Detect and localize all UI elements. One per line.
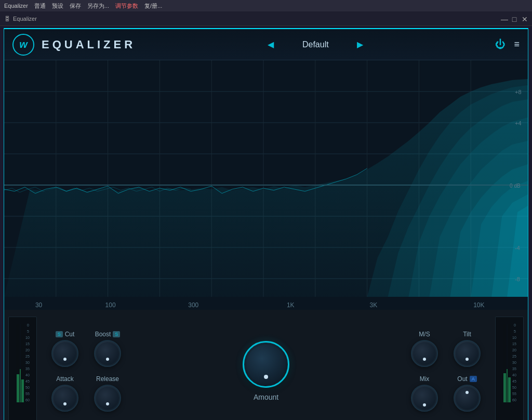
out-knob[interactable] xyxy=(454,385,481,412)
attack-knob-group: Attack xyxy=(51,375,78,412)
attack-label: Attack xyxy=(56,375,73,383)
svg-text:25: 25 xyxy=(512,355,516,358)
out-badge: A xyxy=(470,376,477,382)
vu-meter-left-svg: 0 5 10 15 20 25 30 35 40 45 50 55 60 xyxy=(8,317,37,421)
svg-rect-74 xyxy=(508,377,511,402)
preset-prev-button[interactable]: ◀ xyxy=(268,40,274,49)
plugin-window: w EQUALIZER ◀ Default ▶ ⏻ ≡ xyxy=(4,28,528,420)
svg-text:5: 5 xyxy=(27,330,29,333)
svg-text:50: 50 xyxy=(25,386,30,389)
svg-rect-54 xyxy=(17,374,19,402)
boost-knob-group: Boost S xyxy=(94,331,121,367)
boost-knob[interactable] xyxy=(94,340,121,367)
cut-knob-group: S Cut xyxy=(51,331,78,367)
preset-nav: ◀ Default ▶ xyxy=(268,40,363,49)
boost-label: Boost xyxy=(95,331,111,338)
amount-center: Amount xyxy=(243,341,289,401)
ms-knob-group: M/S xyxy=(411,331,438,367)
svg-text:60: 60 xyxy=(25,398,30,402)
out-knob-dot xyxy=(466,391,469,394)
os-bar-item-params[interactable]: 调节参数 xyxy=(115,2,138,10)
os-bar-item-saveas[interactable]: 另存为... xyxy=(87,2,109,10)
controls-inner: S Cut Boost S xyxy=(41,331,491,412)
minimize-button[interactable]: — xyxy=(501,16,507,22)
window-controls: — □ ✕ xyxy=(501,16,528,22)
preset-next-button[interactable]: ▶ xyxy=(357,40,363,49)
svg-text:1K: 1K xyxy=(287,301,295,309)
header-controls: ⏻ ≡ xyxy=(495,38,520,50)
vu-meter-right: 0 5 10 15 20 25 30 35 40 45 50 55 60 xyxy=(495,317,524,421)
amount-label: Amount xyxy=(254,393,278,401)
cut-label: Cut xyxy=(65,331,75,338)
release-knob-group: Release xyxy=(94,375,121,412)
svg-text:5: 5 xyxy=(514,330,516,333)
release-knob-dot xyxy=(106,402,109,405)
boost-badge: S xyxy=(113,331,120,337)
svg-text:0: 0 xyxy=(27,323,29,327)
ms-label: M/S xyxy=(419,331,430,338)
maximize-button[interactable]: □ xyxy=(511,16,517,22)
svg-text:60: 60 xyxy=(512,398,516,402)
out-knob-group: Out A xyxy=(454,375,481,412)
window-icon: 🎛 xyxy=(4,16,10,22)
out-label: Out xyxy=(457,375,467,383)
svg-text:-8: -8 xyxy=(515,276,520,282)
tilt-knob[interactable] xyxy=(454,340,481,367)
amount-knob[interactable] xyxy=(243,341,289,388)
svg-text:55: 55 xyxy=(25,392,30,396)
svg-text:20: 20 xyxy=(512,348,516,352)
close-button[interactable]: ✕ xyxy=(522,16,528,22)
svg-text:40: 40 xyxy=(25,373,30,377)
svg-text:30: 30 xyxy=(512,361,516,364)
svg-text:15: 15 xyxy=(512,342,516,346)
eq-svg: 30 100 300 1K 3K 10K +8 +4 0 dB -4 -8 xyxy=(4,60,528,310)
cut-knob-dot xyxy=(63,358,66,361)
svg-text:3K: 3K xyxy=(370,301,378,309)
controls-section: 0 5 10 15 20 25 30 35 40 45 50 55 60 xyxy=(4,310,528,420)
os-bar-item-normal[interactable]: 普通 xyxy=(34,2,46,10)
svg-rect-73 xyxy=(503,373,506,402)
svg-text:25: 25 xyxy=(25,355,30,358)
ms-knob[interactable] xyxy=(411,340,438,367)
mix-label: Mix xyxy=(420,375,430,383)
amount-knob-dot xyxy=(264,375,268,379)
window-title-text: Equalizer xyxy=(13,16,37,22)
attack-knob[interactable] xyxy=(51,385,78,412)
boost-knob-dot xyxy=(106,358,109,361)
svg-text:35: 35 xyxy=(512,367,516,371)
ms-knob-dot xyxy=(423,358,426,361)
eq-display: 30 100 300 1K 3K 10K +8 +4 0 dB -4 -8 xyxy=(4,60,528,310)
release-label: Release xyxy=(96,375,119,383)
svg-text:10K: 10K xyxy=(473,301,484,309)
svg-text:45: 45 xyxy=(512,379,516,383)
svg-text:20: 20 xyxy=(25,348,30,352)
mix-knob-dot xyxy=(423,403,426,406)
plugin-title: EQUALIZER xyxy=(42,38,136,51)
window-title-bar: 🎛 Equalizer xyxy=(4,16,37,22)
power-button[interactable]: ⏻ xyxy=(495,38,506,50)
tilt-label: Tilt xyxy=(463,331,471,338)
attack-knob-dot xyxy=(63,402,66,405)
svg-text:0: 0 xyxy=(514,323,516,327)
cut-knob[interactable] xyxy=(51,340,78,367)
mix-knob-group: Mix xyxy=(411,375,438,412)
menu-button[interactable]: ≡ xyxy=(514,39,520,50)
os-bar-item-preset[interactable]: 预设 xyxy=(52,2,63,10)
svg-text:10: 10 xyxy=(512,336,516,339)
release-knob[interactable] xyxy=(94,385,121,412)
svg-text:50: 50 xyxy=(512,386,516,389)
svg-text:40: 40 xyxy=(512,373,516,377)
svg-text:30: 30 xyxy=(25,361,30,364)
svg-text:35: 35 xyxy=(25,367,30,371)
tilt-knob-group: Tilt xyxy=(454,331,481,367)
svg-text:-4: -4 xyxy=(515,245,520,251)
svg-text:100: 100 xyxy=(105,301,116,309)
vu-meter-left: 0 5 10 15 20 25 30 35 40 45 50 55 60 xyxy=(8,317,37,421)
tilt-knob-dot xyxy=(466,358,469,361)
svg-rect-55 xyxy=(21,379,24,402)
os-bar-item-save[interactable]: 保存 xyxy=(70,2,81,10)
svg-text:45: 45 xyxy=(25,379,30,383)
os-bar-item-equalizer[interactable]: Equalizer xyxy=(4,3,28,9)
os-bar-item-copy[interactable]: 复/册... xyxy=(144,2,162,10)
mix-knob[interactable] xyxy=(411,385,438,412)
